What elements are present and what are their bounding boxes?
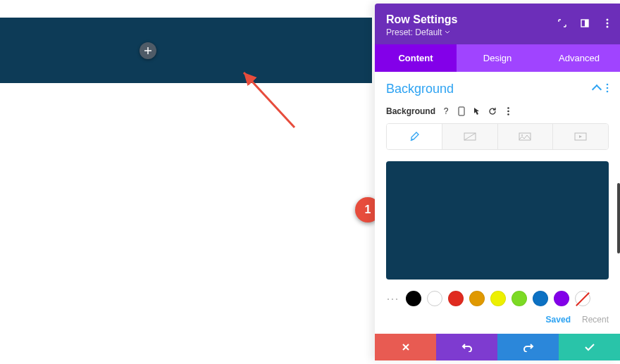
preset-selector[interactable]: Preset: Default <box>386 27 609 37</box>
panel-header: Row Settings Preset: Default <box>375 4 620 44</box>
expand-icon[interactable] <box>557 18 568 29</box>
save-button[interactable] <box>559 334 620 360</box>
svg-point-4 <box>607 23 609 25</box>
snap-icon[interactable] <box>579 18 590 29</box>
svg-point-5 <box>607 26 609 28</box>
tab-advanced[interactable]: Advanced <box>538 44 620 72</box>
svg-point-7 <box>607 87 609 89</box>
collapse-icon[interactable] <box>592 84 602 94</box>
svg-point-15 <box>521 134 523 136</box>
swatch-white[interactable] <box>427 291 442 306</box>
svg-rect-14 <box>519 133 531 140</box>
help-icon[interactable]: ? <box>441 106 451 116</box>
svg-point-8 <box>607 90 609 92</box>
hover-icon[interactable] <box>472 106 482 116</box>
reset-icon[interactable] <box>488 106 497 116</box>
bg-type-video[interactable] <box>553 124 608 149</box>
bg-type-image[interactable] <box>498 124 554 149</box>
redo-button[interactable] <box>497 334 559 360</box>
svg-point-6 <box>607 83 609 85</box>
settings-tabs: Content Design Advanced <box>375 44 620 72</box>
svg-point-11 <box>507 111 509 113</box>
section-header: Background <box>375 72 620 96</box>
swatch-more-icon[interactable]: ⋯ <box>386 291 400 306</box>
svg-rect-2 <box>585 20 588 27</box>
swatch-green[interactable] <box>512 291 527 306</box>
swatch-black[interactable] <box>406 291 421 306</box>
scrollbar[interactable] <box>617 183 620 253</box>
tab-design[interactable]: Design <box>457 44 538 72</box>
palette-recent-tab[interactable]: Recent <box>582 315 609 325</box>
svg-point-10 <box>507 107 509 109</box>
swatch-none[interactable] <box>575 291 590 306</box>
bg-type-gradient[interactable] <box>442 124 498 149</box>
bg-field-label: Background <box>386 106 435 116</box>
field-more-icon[interactable] <box>503 106 513 116</box>
bg-color-preview[interactable] <box>386 161 609 280</box>
section-title: Background <box>386 82 454 96</box>
swatch-purple[interactable] <box>554 291 569 306</box>
builder-canvas <box>0 0 372 364</box>
swatch-row: ⋯ <box>375 291 620 312</box>
palette-saved-tab[interactable]: Saved <box>546 315 571 325</box>
cancel-button[interactable] <box>375 334 436 360</box>
more-icon[interactable] <box>602 18 613 29</box>
settings-panel: Row Settings Preset: Default Content Des… <box>375 4 620 360</box>
svg-point-12 <box>507 113 509 115</box>
undo-button[interactable] <box>436 334 497 360</box>
add-module-button[interactable] <box>140 42 156 59</box>
swatch-red[interactable] <box>448 291 464 306</box>
bg-type-tabs <box>386 123 609 150</box>
svg-rect-9 <box>459 107 464 115</box>
swatch-blue[interactable] <box>533 291 548 306</box>
panel-footer <box>375 334 620 360</box>
bg-type-color[interactable] <box>387 124 442 149</box>
swatch-yellow[interactable] <box>490 291 506 306</box>
swatch-orange[interactable] <box>469 291 485 306</box>
section-more-icon[interactable] <box>606 83 609 96</box>
canvas-row[interactable] <box>0 18 372 83</box>
phone-icon[interactable] <box>457 106 466 116</box>
svg-point-3 <box>607 19 609 21</box>
tab-content[interactable]: Content <box>375 44 457 72</box>
